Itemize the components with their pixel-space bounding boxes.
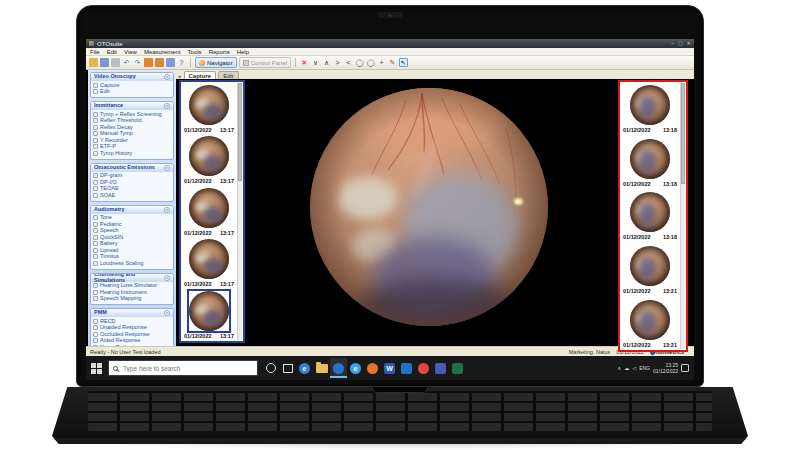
thumbnail[interactable]: 01/12/2022 13:21: [621, 244, 679, 295]
sidebar-item-loudness-scaling[interactable]: Loudness Scaling: [93, 260, 171, 267]
thumbnail-date: 01/12/2022: [184, 127, 212, 134]
maximize-button[interactable]: ▢: [678, 41, 683, 46]
laptop-mockup: OTOsuite – ▢ ✕ FileEditViewMeasurementTo…: [0, 0, 800, 450]
task-view-icon[interactable]: [279, 358, 296, 378]
thumbnail[interactable]: 01/12/2022 13:18: [621, 83, 679, 134]
sidebar-item-soae[interactable]: SOAE: [93, 192, 171, 199]
sidebar-panel-header[interactable]: Immittance ∧: [91, 102, 173, 110]
menu-item[interactable]: Edit: [107, 49, 117, 55]
chevron-right-icon[interactable]: >: [333, 58, 342, 67]
thumbnail[interactable]: 01/12/2022 13:17: [182, 134, 236, 185]
circle-prev-icon[interactable]: ◯: [355, 58, 364, 67]
otoscopy-thumbnail-image: [189, 136, 229, 176]
menu-item[interactable]: View: [124, 49, 137, 55]
chrome-icon[interactable]: [415, 358, 432, 378]
sidebar-item-edit[interactable]: Edit: [93, 89, 171, 96]
search-input[interactable]: [121, 364, 253, 373]
thumbnail-date: 01/12/2022: [623, 342, 651, 349]
minimize-button[interactable]: –: [671, 41, 674, 46]
tab[interactable]: Capture: [184, 71, 217, 79]
snapshot-icon[interactable]: [155, 58, 164, 67]
tray-clock[interactable]: 13:25 01/12/2022: [653, 362, 678, 374]
otoscopy-thumbnail-image: [630, 139, 670, 179]
collapse-panel-icon[interactable]: ∧: [164, 207, 170, 213]
notification-center-icon[interactable]: [681, 364, 689, 372]
otoscopy-thumbnail-image: [189, 188, 229, 228]
otoscopy-thumbnail-image: [630, 246, 670, 286]
excel-icon[interactable]: [449, 358, 466, 378]
collapse-panel-icon[interactable]: ∧: [164, 74, 170, 80]
scrollbar[interactable]: [680, 83, 685, 349]
teams-icon[interactable]: [432, 358, 449, 378]
sidebar-panel-header[interactable]: Video Otoscopy ∧: [91, 73, 173, 81]
sidebar-item-speech-mapping[interactable]: Speech Mapping: [93, 296, 171, 303]
word-icon[interactable]: W: [381, 358, 398, 378]
otosuite-icon[interactable]: [330, 358, 347, 378]
tray-language[interactable]: ENG: [639, 366, 650, 371]
open-icon[interactable]: [89, 58, 98, 67]
menu-item[interactable]: File: [90, 49, 100, 55]
collapse-panel-icon[interactable]: ∧: [164, 103, 170, 109]
sidebar-panel-header[interactable]: Counseling and Simulations ∧: [91, 274, 173, 282]
collapse-panel-icon[interactable]: ∧: [164, 165, 170, 171]
thumbnail[interactable]: 01/12/2022 13:17: [182, 289, 236, 340]
collapse-panel-icon[interactable]: ∧: [164, 275, 170, 281]
pointer-icon[interactable]: ↖: [399, 58, 408, 67]
sidebar-panel: Audiometry ∧ Tone: [90, 205, 174, 270]
sidebar-panel-header[interactable]: Audiometry ∧: [91, 206, 173, 214]
scrollbar-thumb[interactable]: [681, 83, 685, 184]
cortana-icon[interactable]: [262, 358, 279, 378]
scrollbar[interactable]: [237, 83, 242, 340]
thumbnail-time: 13:17: [220, 178, 234, 185]
start-button[interactable]: [89, 361, 104, 376]
menu-item[interactable]: Help: [237, 49, 249, 55]
onedrive-icon[interactable]: ☁: [624, 366, 629, 371]
thumbnail[interactable]: 01/12/2022 13:18: [621, 137, 679, 188]
internet-explorer-icon[interactable]: e: [347, 358, 364, 378]
transfer-icon[interactable]: [166, 58, 175, 67]
menu-item[interactable]: Tools: [188, 49, 202, 55]
thumbnail[interactable]: 01/12/2022 13:17: [182, 83, 236, 134]
tab[interactable]: Edit: [218, 71, 238, 79]
delete-icon[interactable]: ✕: [300, 58, 309, 67]
chevron-left-icon[interactable]: <: [344, 58, 353, 67]
collapse-panel-icon[interactable]: ∧: [164, 310, 170, 316]
toolbar-separator: [295, 58, 296, 67]
video-capture-icon[interactable]: [144, 58, 153, 67]
chevron-up-icon[interactable]: ∧: [322, 58, 331, 67]
thumbnail[interactable]: 01/12/2022 13:17: [182, 186, 236, 237]
close-button[interactable]: ✕: [687, 41, 691, 46]
edge-icon[interactable]: e: [296, 358, 313, 378]
circle-next-icon[interactable]: ◯: [366, 58, 375, 67]
control-panel-button[interactable]: Control Panel: [239, 57, 291, 68]
thumbnail[interactable]: 01/12/2022 13:21: [621, 298, 679, 349]
add-icon[interactable]: +: [377, 58, 386, 67]
redo-icon[interactable]: ↷: [133, 58, 142, 67]
speaker-icon[interactable]: ◁: [632, 366, 636, 371]
thumbnail-date: 01/12/2022: [184, 281, 212, 288]
thumbnail[interactable]: 01/12/2022 13:18: [621, 190, 679, 241]
menu-item[interactable]: Measurement: [144, 49, 181, 55]
thumbnail[interactable]: 01/12/2022 13:17: [182, 237, 236, 288]
undo-icon[interactable]: ↶: [122, 58, 131, 67]
test-type-icon: [93, 89, 98, 94]
tray-chevron-up-icon[interactable]: ∧: [618, 366, 622, 371]
sidebar-panel: Immittance ∧ Tymp + Reflex Screening: [90, 101, 174, 160]
save-icon[interactable]: [100, 58, 109, 67]
help-icon[interactable]: ?: [177, 58, 186, 67]
taskbar-search[interactable]: [108, 360, 258, 376]
sidebar-panel-header[interactable]: Otoacoustic Emissions ∧: [91, 164, 173, 172]
test-type-icon: [93, 332, 98, 337]
print-icon[interactable]: [111, 58, 120, 67]
firefox-icon[interactable]: [364, 358, 381, 378]
scrollbar-thumb[interactable]: [238, 83, 242, 181]
navigator-button[interactable]: Navigator: [195, 57, 237, 68]
test-type-icon: [93, 235, 98, 240]
sidebar-panel-header[interactable]: PMM ∧: [91, 309, 173, 317]
sidebar-item-tymp-history[interactable]: Tymp History: [93, 150, 171, 157]
outlook-icon[interactable]: [398, 358, 415, 378]
pencil-icon[interactable]: ✎: [388, 58, 397, 67]
chevron-down-icon[interactable]: ∨: [311, 58, 320, 67]
menu-item[interactable]: Reports: [209, 49, 230, 55]
file-explorer-icon[interactable]: [313, 358, 330, 378]
